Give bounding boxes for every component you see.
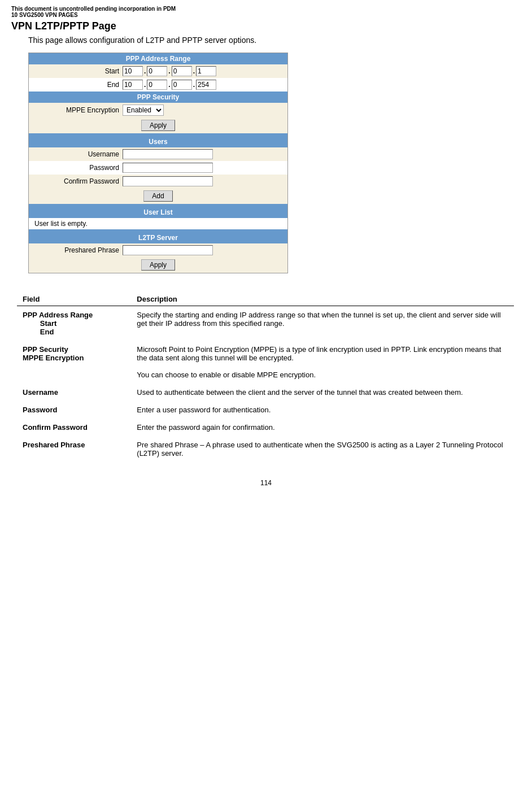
mppe-select[interactable]: Enabled Disabled bbox=[123, 104, 164, 116]
start-ip-3[interactable] bbox=[172, 66, 192, 76]
field-preshared-phrase-label: Preshared Phrase bbox=[23, 441, 85, 449]
confirm-password-value bbox=[123, 176, 284, 186]
doc-header-line1: This document is uncontrolled pending in… bbox=[11, 6, 521, 12]
end-value: . . . bbox=[123, 80, 284, 90]
table-row: Username Used to authenticate between th… bbox=[17, 384, 514, 401]
apply-button-2[interactable]: Apply bbox=[141, 259, 175, 271]
dot2: . bbox=[168, 67, 170, 75]
start-label: Start bbox=[32, 67, 123, 75]
apply-button-1[interactable]: Apply bbox=[141, 120, 175, 131]
dot6: . bbox=[193, 81, 195, 89]
users-header: Users bbox=[29, 136, 287, 147]
form-panel: PPP Address Range Start . . . End . . . … bbox=[28, 53, 288, 273]
username-value bbox=[123, 149, 284, 159]
mppe-value: Enabled Disabled bbox=[123, 104, 284, 116]
user-list-empty: User list is empty. bbox=[29, 218, 287, 229]
end-ip-4[interactable] bbox=[196, 80, 216, 90]
apply-row-2: Apply bbox=[29, 257, 287, 273]
username-row: Username bbox=[29, 147, 287, 161]
desc-confirm-password: Enter the password again for confirmatio… bbox=[131, 419, 514, 436]
field-password-label: Password bbox=[23, 406, 57, 414]
password-label: Password bbox=[32, 164, 123, 172]
start-ip-4[interactable] bbox=[196, 66, 216, 76]
dot1: . bbox=[144, 67, 146, 75]
username-label: Username bbox=[32, 150, 123, 158]
table-row: Preshared Phrase Pre shared Phrase – A p… bbox=[17, 436, 514, 462]
password-input[interactable] bbox=[123, 163, 213, 173]
ppp-address-range-header: PPP Address Range bbox=[29, 53, 287, 64]
end-label: End bbox=[32, 81, 123, 89]
description-table: Field Description PPP Address Range Star… bbox=[17, 290, 514, 462]
desc-username: Used to authenticate between the client … bbox=[131, 384, 514, 401]
preshared-phrase-row: Preshared Phrase bbox=[29, 243, 287, 257]
field-confirm-password-label: Confirm Password bbox=[23, 423, 88, 432]
field-ppp-security-label: PPP Security bbox=[23, 345, 68, 354]
desc-preshared-phrase: Pre shared Phrase – A phrase used to aut… bbox=[131, 436, 514, 462]
field-end-indent: End bbox=[23, 328, 54, 336]
desc-ppp-security: Microsoft Point to Point Encryption (MPP… bbox=[131, 341, 514, 384]
password-value bbox=[123, 163, 284, 173]
table-row: PPP Security MPPE Encryption Microsoft P… bbox=[17, 341, 514, 384]
field-header: Field bbox=[17, 290, 131, 306]
field-username: Username bbox=[17, 384, 131, 401]
start-ip-1[interactable] bbox=[123, 66, 143, 76]
doc-header-line2: 10 SVG2500 VPN PAGES bbox=[11, 12, 521, 18]
section-title: VPN L2TP/PPTP Page bbox=[11, 20, 521, 32]
field-ppp-security: PPP Security MPPE Encryption bbox=[17, 341, 131, 384]
field-ppp-address: PPP Address Range Start End bbox=[17, 306, 131, 341]
table-row: Password Enter a user password for authe… bbox=[17, 401, 514, 419]
doc-header: This document is uncontrolled pending in… bbox=[11, 6, 521, 18]
confirm-password-row: Confirm Password bbox=[29, 175, 287, 188]
apply-row-1: Apply bbox=[29, 117, 287, 133]
start-ip-2[interactable] bbox=[147, 66, 167, 76]
table-row: Confirm Password Enter the password agai… bbox=[17, 419, 514, 436]
field-start-indent: Start bbox=[23, 319, 56, 328]
desc-password: Enter a user password for authentication… bbox=[131, 401, 514, 419]
add-button[interactable]: Add bbox=[143, 190, 172, 202]
start-value: . . . bbox=[123, 66, 284, 76]
user-list-header: User List bbox=[29, 207, 287, 218]
password-row: Password bbox=[29, 161, 287, 175]
dot5: . bbox=[168, 81, 170, 89]
mppe-label: MPPE Encryption bbox=[32, 106, 123, 114]
l2tp-server-header: L2TP Server bbox=[29, 232, 287, 243]
intro-text: This page allows configuration of L2TP a… bbox=[28, 36, 521, 45]
field-confirm-password: Confirm Password bbox=[17, 419, 131, 436]
field-ppp-address-label: PPP Address Range bbox=[23, 311, 93, 319]
preshared-phrase-value bbox=[123, 245, 284, 255]
preshared-phrase-input[interactable] bbox=[123, 245, 213, 255]
field-password: Password bbox=[17, 401, 131, 419]
dot4: . bbox=[144, 81, 146, 89]
start-row: Start . . . bbox=[29, 64, 287, 78]
add-row: Add bbox=[29, 188, 287, 204]
field-mppe-label: MPPE Encryption bbox=[23, 354, 84, 362]
desc-ppp-address: Specify the starting and ending IP addre… bbox=[131, 306, 514, 341]
end-ip-3[interactable] bbox=[172, 80, 192, 90]
desc-header: Description bbox=[131, 290, 514, 306]
field-preshared-phrase: Preshared Phrase bbox=[17, 436, 131, 462]
field-username-label: Username bbox=[23, 388, 58, 397]
page-number: 114 bbox=[11, 479, 521, 487]
table-row: PPP Address Range Start End Specify the … bbox=[17, 306, 514, 341]
preshared-phrase-label: Preshared Phrase bbox=[32, 246, 123, 254]
ppp-security-header: PPP Security bbox=[29, 92, 287, 103]
mppe-row: MPPE Encryption Enabled Disabled bbox=[29, 103, 287, 117]
end-ip-1[interactable] bbox=[123, 80, 143, 90]
end-row: End . . . bbox=[29, 78, 287, 92]
username-input[interactable] bbox=[123, 149, 213, 159]
end-ip-2[interactable] bbox=[147, 80, 167, 90]
dot3: . bbox=[193, 67, 195, 75]
confirm-password-label: Confirm Password bbox=[32, 177, 123, 185]
confirm-password-input[interactable] bbox=[123, 176, 213, 186]
